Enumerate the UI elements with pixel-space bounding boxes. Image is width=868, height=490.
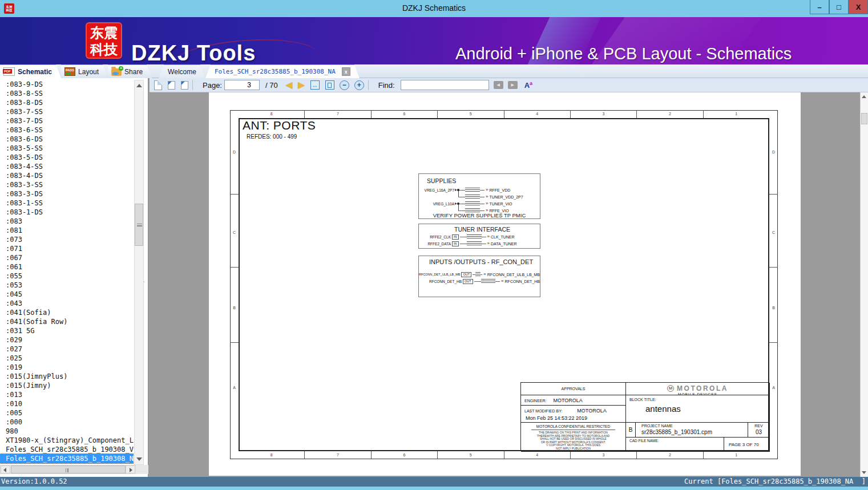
sidebar-item[interactable]: :025 [0, 354, 25, 363]
viewer-vertical-scrollbar[interactable] [860, 92, 868, 477]
sidebar-item[interactable]: :083-8-DS [0, 98, 45, 107]
sidebar-item[interactable]: :083-1-SS [0, 199, 45, 208]
sidebar-item[interactable]: :029 [0, 335, 25, 345]
minimize-button[interactable]: – [810, 0, 829, 14]
block-title: TUNER INTERFACE [454, 226, 510, 233]
sidebar-item[interactable]: :083-6-DS [0, 135, 45, 144]
grid-ruler-top: 87654321 [239, 110, 769, 118]
zoom-in-button[interactable]: + [354, 80, 364, 90]
bus-hatch-icon [467, 234, 482, 240]
grid-col-label: 5 [438, 451, 504, 459]
close-button[interactable]: X [849, 0, 868, 14]
sidebar-item[interactable]: XT1980-x_(Stingray)_Component_Location [0, 436, 134, 445]
grid-col-label: 3 [571, 110, 637, 118]
sidebar-item[interactable]: :041(Sofia Row) [0, 317, 70, 326]
fit-width-button[interactable]: ↔ [310, 80, 320, 90]
sidebar-item[interactable]: :083-5-DS [0, 153, 45, 162]
scroll-up-icon[interactable] [862, 95, 866, 98]
chevron-left-icon: « [483, 272, 486, 277]
sidebar-item[interactable]: 980 [0, 427, 21, 436]
sidebar-item[interactable]: :000 [0, 418, 25, 427]
sidebar-item[interactable]: :027 [0, 345, 25, 354]
tab-bar: PDF Schematic PADS Layout + Share Welcom… [0, 64, 868, 78]
scrollbar-thumb[interactable] [11, 465, 126, 473]
sidebar-item[interactable]: :083-3-DS [0, 189, 45, 199]
find-input[interactable] [401, 80, 489, 90]
scrollbar-thumb[interactable] [135, 204, 143, 246]
schematic-sheet: 87654321 87654321 DCBA DCBA ANT: PORTS R… [209, 92, 801, 476]
prev-page-button[interactable]: ◀ [286, 80, 293, 90]
fit-page-button[interactable] [325, 80, 334, 90]
grid-col-label: 7 [305, 110, 371, 118]
tab-welcome[interactable]: Welcome [159, 64, 205, 78]
scroll-left-icon[interactable] [1, 465, 10, 473]
grid-col-label: 1 [704, 451, 769, 459]
find-next-button[interactable]: ▶ [508, 81, 518, 89]
net-label: DATA_TUNER [491, 242, 517, 246]
scrollbar-corner [136, 465, 148, 474]
sidebar-vertical-scrollbar[interactable] [134, 80, 144, 465]
sidebar-item[interactable]: :019 [0, 363, 25, 372]
sidebar-item[interactable]: :043 [0, 299, 25, 308]
tab-layout[interactable]: PADS Layout [61, 64, 108, 78]
copy-page-icon[interactable] [168, 81, 175, 90]
find-prev-button[interactable]: ◀ [494, 81, 503, 89]
sidebar-item[interactable]: :083-7-SS [0, 107, 45, 116]
pads-icon: PADS [64, 67, 75, 76]
sidebar-item[interactable]: :083-1-DS [0, 208, 45, 217]
page-icon[interactable] [154, 80, 162, 90]
sidebar-item[interactable]: :073 [0, 235, 25, 244]
sidebar-item[interactable]: :071 [0, 244, 25, 253]
paste-page-icon[interactable] [181, 81, 188, 90]
sidebar-item[interactable]: :061 [0, 262, 25, 272]
sidebar-item[interactable]: :010 [0, 399, 25, 408]
scrollbar-thumb[interactable] [861, 113, 867, 124]
fit-page-icon [328, 83, 332, 88]
zoom-out-button[interactable]: − [340, 80, 349, 90]
tab-close-icon[interactable]: x [342, 67, 350, 76]
document-viewer: 87654321 87654321 DCBA DCBA ANT: PORTS R… [150, 92, 868, 477]
sidebar-item[interactable]: :083-9-DS [0, 80, 45, 89]
sidebar-item[interactable]: :083-5-SS [0, 144, 45, 153]
tab-schematic[interactable]: PDF Schematic [0, 64, 61, 78]
sidebar-item[interactable]: :083 [0, 217, 25, 226]
sidebar-item[interactable]: :083-6-SS [0, 125, 45, 135]
next-page-button[interactable]: ▶ [298, 80, 305, 90]
net-label: VREG_L10A [419, 202, 454, 206]
sidebar-item[interactable]: :015(JimnyPlus) [0, 372, 70, 381]
sidebar-item[interactable]: :083-3-SS [0, 180, 45, 189]
tab-label: Schematic [18, 68, 52, 76]
scroll-down-icon[interactable] [136, 457, 142, 461]
font-size-icon[interactable]: Aa [524, 80, 532, 90]
sidebar-item[interactable]: :015(Jimny) [0, 381, 53, 390]
maximize-button[interactable]: □ [829, 0, 849, 14]
sidebar-item[interactable]: Foles_SCH_sr28c35885_b_190308_NA [0, 454, 134, 463]
sidebar-item[interactable]: :081 [0, 226, 25, 235]
grid-row-label: B [230, 306, 239, 310]
sidebar-item[interactable]: :055 [0, 272, 25, 281]
sidebar-item[interactable]: :067 [0, 253, 25, 262]
sidebar-item[interactable]: :041(Sofia) [0, 308, 53, 317]
chevron-right-icon: » [487, 234, 490, 239]
sidebar-horizontal-scrollbar[interactable] [0, 465, 136, 474]
sidebar-item[interactable]: :083-7-DS [0, 116, 45, 125]
grid-col-label: 8 [239, 110, 305, 118]
sidebar-item[interactable]: :083-8-SS [0, 89, 45, 98]
scroll-right-icon[interactable] [126, 465, 135, 473]
tab-share[interactable]: + Share [108, 64, 152, 78]
net-label: CLK_TUNER [491, 235, 515, 239]
page-number-input[interactable] [224, 80, 260, 90]
sidebar-item[interactable]: :083-4-SS [0, 162, 45, 171]
scroll-down-icon[interactable] [862, 471, 866, 474]
tab-document[interactable]: Foles_SCH_sr28c35885_b_190308_NA x [205, 64, 360, 78]
sidebar-item[interactable]: :053 [0, 281, 25, 290]
toolbar: Page: / 70 ◀ ▶ ↔ − + Find: ◀ ▶ Aa [150, 78, 868, 92]
sidebar-item[interactable]: :045 [0, 290, 25, 299]
scroll-up-icon[interactable] [136, 84, 142, 87]
sidebar-item[interactable]: :031 5G [0, 326, 37, 335]
sidebar-item[interactable]: :083-4-DS [0, 171, 45, 180]
sidebar-item[interactable]: :013 [0, 390, 25, 399]
sidebar-item[interactable]: :005 [0, 408, 25, 418]
sidebar-item[interactable]: Foles_SCH_sr28c35885_b_190308_VZW [0, 445, 134, 454]
grid-row-label: B [769, 306, 778, 310]
